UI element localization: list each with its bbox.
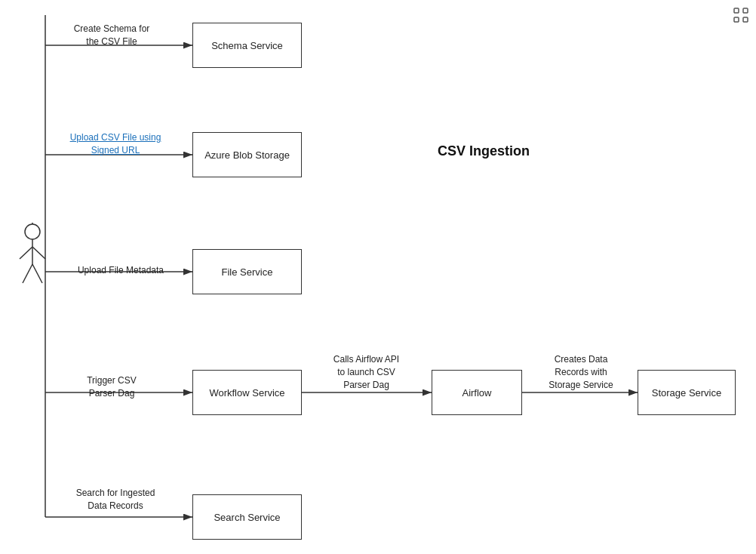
schema-service-label: Schema Service <box>211 40 283 51</box>
file-service-box: File Service <box>192 249 302 294</box>
svg-line-15 <box>20 247 32 259</box>
svg-line-17 <box>23 264 32 283</box>
storage-service-box: Storage Service <box>638 370 736 415</box>
label-create-schema: Create Schema forthe CSV File <box>51 23 172 48</box>
workflow-service-label: Workflow Service <box>209 387 284 399</box>
airflow-label: Airflow <box>462 387 491 399</box>
label-upload-metadata: Upload File Metadata <box>60 264 181 277</box>
svg-line-16 <box>32 247 45 259</box>
diagram-title: CSV Ingestion <box>438 143 530 159</box>
search-service-label: Search Service <box>214 512 280 523</box>
svg-rect-11 <box>734 17 739 22</box>
svg-rect-9 <box>734 8 739 13</box>
storage-service-label: Storage Service <box>652 387 722 399</box>
airflow-box: Airflow <box>432 370 522 415</box>
stickman-figure <box>14 223 51 293</box>
svg-rect-10 <box>743 8 748 13</box>
workflow-service-box: Workflow Service <box>192 370 302 415</box>
search-service-box: Search Service <box>192 494 302 540</box>
schema-service-box: Schema Service <box>192 23 302 68</box>
svg-rect-12 <box>743 17 748 22</box>
label-trigger-dag: Trigger CSVParser Dag <box>51 374 172 400</box>
diagram-container: CSV Ingestion Create Schema forthe CSV F… <box>0 0 756 554</box>
focus-icon <box>732 6 750 24</box>
azure-blob-box: Azure Blob Storage <box>192 132 302 177</box>
label-upload-csv: Upload CSV File usingSigned URL <box>51 131 180 157</box>
label-calls-airflow: Calls Airflow APIto launch CSVParser Dag <box>308 353 425 391</box>
label-creates-data: Creates DataRecords withStorage Service <box>528 353 634 391</box>
file-service-label: File Service <box>222 266 273 278</box>
diagram-arrows <box>0 0 756 554</box>
label-search-records: Search for IngestedData Records <box>51 487 180 512</box>
svg-point-13 <box>25 224 40 239</box>
azure-blob-label: Azure Blob Storage <box>204 149 290 161</box>
svg-line-18 <box>32 264 42 283</box>
